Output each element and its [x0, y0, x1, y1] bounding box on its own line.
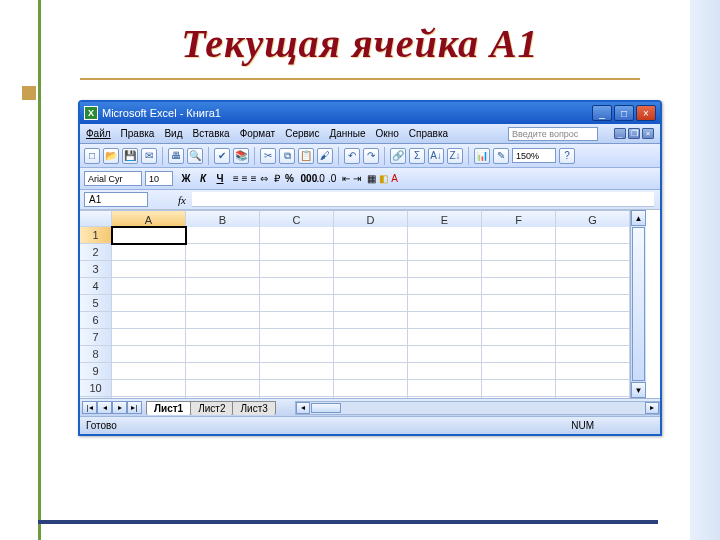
- cell-E5[interactable]: [408, 295, 482, 312]
- align-left-icon[interactable]: ≡: [233, 173, 239, 184]
- sort-asc-icon[interactable]: A↓: [428, 148, 444, 164]
- menu-data[interactable]: Данные: [329, 128, 365, 139]
- cell-A10[interactable]: [112, 380, 186, 397]
- workbook-close-button[interactable]: ×: [642, 128, 654, 139]
- print-icon[interactable]: 🖶: [168, 148, 184, 164]
- cell-C8[interactable]: [260, 346, 334, 363]
- underline-button[interactable]: Ч: [213, 172, 227, 185]
- increase-indent-icon[interactable]: ⇥: [353, 173, 361, 184]
- row-header-6[interactable]: 6: [80, 312, 112, 329]
- cell-C5[interactable]: [260, 295, 334, 312]
- cell-D7[interactable]: [334, 329, 408, 346]
- scroll-thumb-h[interactable]: [311, 403, 341, 413]
- cell-F7[interactable]: [482, 329, 556, 346]
- scroll-up-button[interactable]: ▲: [631, 210, 646, 226]
- increase-decimal-icon[interactable]: .0: [317, 173, 325, 184]
- row-header-7[interactable]: 7: [80, 329, 112, 346]
- sheet-tab-3[interactable]: Лист3: [232, 401, 275, 415]
- cell-A5[interactable]: [112, 295, 186, 312]
- decrease-indent-icon[interactable]: ⇤: [342, 173, 350, 184]
- cell-G9[interactable]: [556, 363, 630, 380]
- font-color-icon[interactable]: A: [391, 173, 398, 184]
- cell-G8[interactable]: [556, 346, 630, 363]
- workbook-minimize-button[interactable]: _: [614, 128, 626, 139]
- scroll-down-button[interactable]: ▼: [631, 382, 646, 398]
- save-icon[interactable]: 💾: [122, 148, 138, 164]
- cell-C3[interactable]: [260, 261, 334, 278]
- cell-E9[interactable]: [408, 363, 482, 380]
- tab-nav-first[interactable]: |◂: [82, 401, 97, 414]
- row-header-4[interactable]: 4: [80, 278, 112, 295]
- paste-icon[interactable]: 📋: [298, 148, 314, 164]
- cell-C4[interactable]: [260, 278, 334, 295]
- cell-B7[interactable]: [186, 329, 260, 346]
- merge-center-icon[interactable]: ⇔: [260, 173, 268, 184]
- cell-A1[interactable]: [111, 226, 187, 245]
- menu-view[interactable]: Вид: [164, 128, 182, 139]
- cell-C6[interactable]: [260, 312, 334, 329]
- cell-G6[interactable]: [556, 312, 630, 329]
- titlebar[interactable]: X Microsoft Excel - Книга1 _ □ ×: [80, 102, 660, 124]
- cell-C1[interactable]: [260, 227, 334, 244]
- menu-help[interactable]: Справка: [409, 128, 448, 139]
- select-all-corner[interactable]: [80, 210, 112, 227]
- copy-icon[interactable]: ⧉: [279, 148, 295, 164]
- font-size-combo[interactable]: 10: [145, 171, 173, 186]
- cell-G5[interactable]: [556, 295, 630, 312]
- window-close-button[interactable]: ×: [636, 105, 656, 121]
- cell-D8[interactable]: [334, 346, 408, 363]
- decrease-decimal-icon[interactable]: .0: [328, 173, 336, 184]
- menu-format[interactable]: Формат: [240, 128, 276, 139]
- cell-B5[interactable]: [186, 295, 260, 312]
- cell-F9[interactable]: [482, 363, 556, 380]
- scroll-thumb-v[interactable]: [632, 227, 645, 381]
- cell-E6[interactable]: [408, 312, 482, 329]
- percent-icon[interactable]: %: [283, 172, 297, 185]
- cell-A3[interactable]: [112, 261, 186, 278]
- cell-C9[interactable]: [260, 363, 334, 380]
- cell-E3[interactable]: [408, 261, 482, 278]
- tab-nav-prev[interactable]: ◂: [97, 401, 112, 414]
- cell-A9[interactable]: [112, 363, 186, 380]
- zoom-combo[interactable]: 150%: [512, 148, 556, 163]
- bold-button[interactable]: Ж: [179, 172, 193, 185]
- cell-C10[interactable]: [260, 380, 334, 397]
- redo-icon[interactable]: ↷: [363, 148, 379, 164]
- cell-A4[interactable]: [112, 278, 186, 295]
- cell-E2[interactable]: [408, 244, 482, 261]
- cell-G2[interactable]: [556, 244, 630, 261]
- row-header-2[interactable]: 2: [80, 244, 112, 261]
- window-minimize-button[interactable]: _: [592, 105, 612, 121]
- row-header-1[interactable]: 1: [80, 227, 112, 244]
- row-header-10[interactable]: 10: [80, 380, 112, 397]
- sheet-tab-2[interactable]: Лист2: [190, 401, 233, 415]
- window-maximize-button[interactable]: □: [614, 105, 634, 121]
- cell-A2[interactable]: [112, 244, 186, 261]
- cell-F1[interactable]: [482, 227, 556, 244]
- scroll-left-button[interactable]: ◂: [296, 402, 310, 414]
- cell-D6[interactable]: [334, 312, 408, 329]
- hyperlink-icon[interactable]: 🔗: [390, 148, 406, 164]
- cell-G10[interactable]: [556, 380, 630, 397]
- cell-F5[interactable]: [482, 295, 556, 312]
- cell-A6[interactable]: [112, 312, 186, 329]
- cell-E4[interactable]: [408, 278, 482, 295]
- vertical-scrollbar[interactable]: ▲ ▼: [630, 210, 646, 398]
- font-combo[interactable]: Arial Cyr: [84, 171, 142, 186]
- cell-F2[interactable]: [482, 244, 556, 261]
- cell-G7[interactable]: [556, 329, 630, 346]
- cell-G3[interactable]: [556, 261, 630, 278]
- cell-D10[interactable]: [334, 380, 408, 397]
- borders-icon[interactable]: ▦: [367, 173, 376, 184]
- autosum-icon[interactable]: Σ: [409, 148, 425, 164]
- drawing-icon[interactable]: ✎: [493, 148, 509, 164]
- print-preview-icon[interactable]: 🔍: [187, 148, 203, 164]
- align-center-icon[interactable]: ≡: [242, 173, 248, 184]
- cell-B3[interactable]: [186, 261, 260, 278]
- format-painter-icon[interactable]: 🖌: [317, 148, 333, 164]
- scroll-right-button[interactable]: ▸: [645, 402, 659, 414]
- cell-B2[interactable]: [186, 244, 260, 261]
- fill-color-icon[interactable]: ◧: [379, 173, 388, 184]
- cell-B1[interactable]: [186, 227, 260, 244]
- cell-D4[interactable]: [334, 278, 408, 295]
